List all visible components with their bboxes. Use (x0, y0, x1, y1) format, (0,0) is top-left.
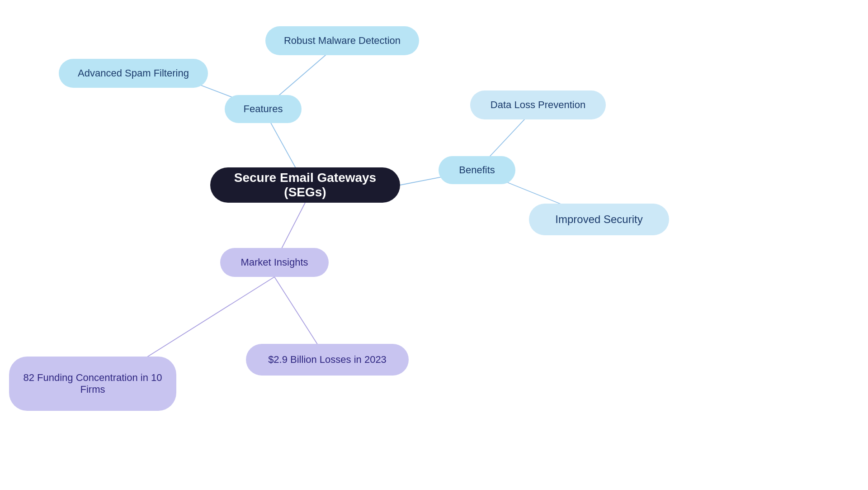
benefits-label: Benefits (459, 164, 495, 176)
malware-label: Robust Malware Detection (284, 35, 401, 47)
funding-concentration-node: 82 Funding Concentration in 10 Firms (9, 357, 176, 411)
funding-label: 82 Funding Concentration in 10 Firms (22, 372, 164, 395)
losses-node: $2.9 Billion Losses in 2023 (246, 344, 409, 376)
improved-security-node: Improved Security (529, 204, 669, 235)
malware-detection-node: Robust Malware Detection (265, 26, 419, 55)
market-insights-node: Market Insights (220, 248, 329, 277)
spam-label: Advanced Spam Filtering (78, 67, 189, 79)
spam-filtering-node: Advanced Spam Filtering (59, 59, 208, 88)
data-loss-node: Data Loss Prevention (470, 90, 606, 119)
market-label: Market Insights (241, 257, 308, 268)
improved-label: Improved Security (555, 213, 642, 226)
features-label: Features (244, 103, 283, 115)
features-node: Features (225, 95, 302, 123)
benefits-node: Benefits (439, 156, 515, 184)
losses-label: $2.9 Billion Losses in 2023 (268, 354, 387, 366)
center-node: Secure Email Gateways (SEGs) (210, 167, 400, 203)
data-loss-label: Data Loss Prevention (491, 99, 585, 111)
center-label: Secure Email Gateways (SEGs) (232, 171, 378, 200)
